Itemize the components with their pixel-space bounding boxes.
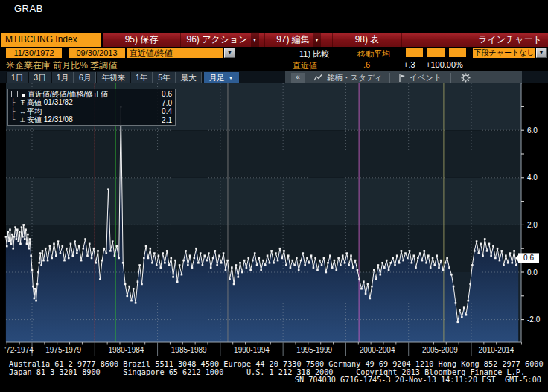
bloomberg-terminal-window: GRAB MTIBCHNG Index 95) 保存 96) アクション ▼ 9… [0,0,548,392]
svg-text:0.6: 0.6 [523,254,534,262]
svg-text:1985-1989: 1985-1989 [171,346,207,354]
mean-marker-icon: ↔ [19,108,27,115]
collapse-legend-icon[interactable]: - [11,91,18,97]
terminal-footer: Australia 61 2 9777 8600 Brazil 5511 304… [0,361,548,385]
svg-text:1975-1979: 1975-1979 [45,346,81,354]
footer-session-info: SN 704030 G716-1745-3 20-Nov-13 14:11:20… [0,376,548,385]
svg-text:-2.0: -2.0 [527,315,541,324]
legend-row-low[interactable]: └ ⊥ 安値 12/31/08 -2.1 [8,116,175,125]
svg-text:0.0: 0.0 [527,269,538,277]
svg-text:1980-1984: 1980-1984 [109,346,144,354]
chart-legend: - 直近値/終値/価格/修正値 0.6 ├ Ŧ 高値 01/31/82 7.0 … [7,89,176,126]
svg-text:'72-1974: '72-1974 [4,346,34,354]
svg-text:2000-2004: 2000-2004 [360,346,395,354]
price-chart[interactable]: 6.04.02.00.0-2.0'72-19741975-19791980-19… [0,0,548,392]
svg-text:4.0: 4.0 [527,173,538,181]
low-marker-icon: ⊥ [19,116,27,123]
svg-text:2010-2014: 2010-2014 [479,346,514,354]
svg-text:1995-1999: 1995-1999 [296,346,332,354]
svg-text:1990-1994: 1990-1994 [234,346,270,354]
svg-text:2005-2009: 2005-2009 [422,346,458,354]
svg-text:6.0: 6.0 [527,126,538,135]
high-marker-icon: Ŧ [19,99,27,106]
svg-text:2.0: 2.0 [527,221,538,229]
series-marker-icon [19,91,28,98]
footer-contacts-line1: Australia 61 2 9777 8600 Brazil 5511 304… [0,361,548,369]
